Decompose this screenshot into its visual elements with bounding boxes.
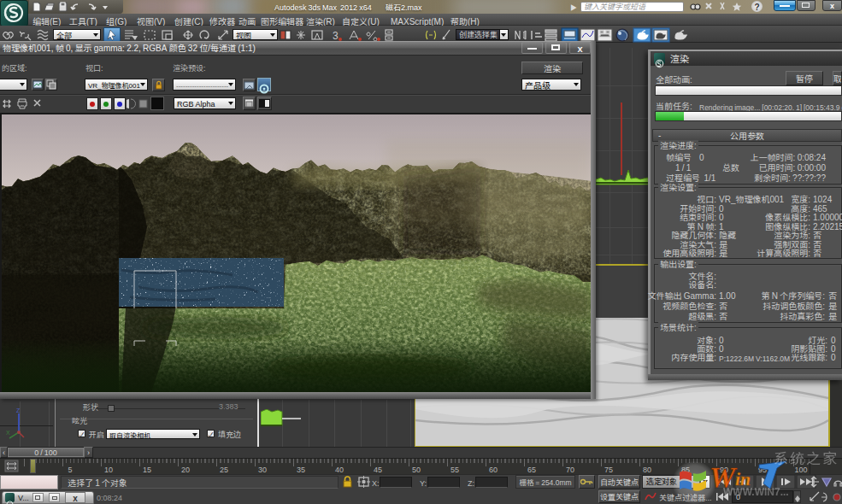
svg-text:3: 3	[333, 30, 339, 42]
svg-text:X: X	[6, 430, 10, 436]
svg-text:Z: Z	[16, 407, 21, 413]
